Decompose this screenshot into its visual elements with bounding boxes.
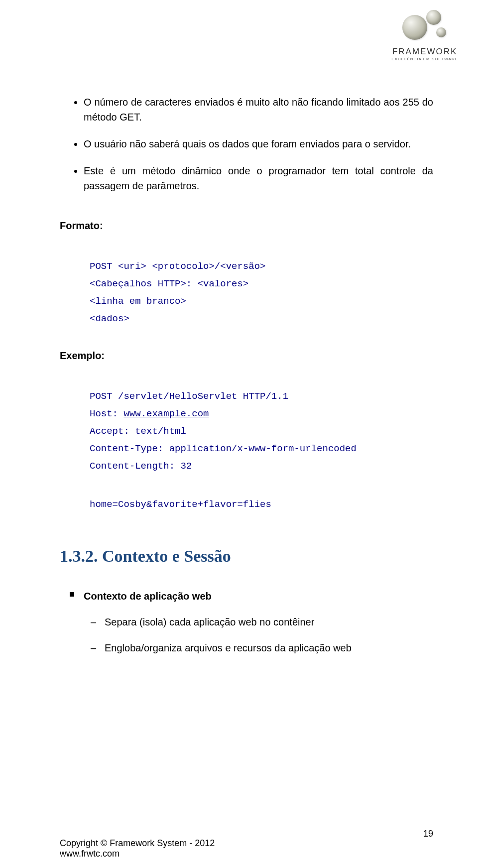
code-line: POST /servlet/HelloServlet HTTP/1.1 <box>90 388 433 405</box>
code-line: Content-Length: 32 <box>90 458 433 475</box>
list-item: Separa (isola) cada aplicação web no con… <box>105 615 433 629</box>
code-line: Accept: text/html <box>90 423 433 440</box>
list-item: O usuário não saberá quais os dados que … <box>84 136 433 151</box>
context-item: Contexto de aplicação web Separa (isola)… <box>84 589 433 655</box>
context-sublist: Separa (isola) cada aplicação web no con… <box>84 615 433 655</box>
formato-label: Formato: <box>60 218 433 233</box>
brand-logo: FRAMEWORK EXCELÊNCIA EM SOFTWARE <box>391 10 458 61</box>
document-body: O número de caracteres enviados é muito … <box>60 95 433 655</box>
logo-graphic <box>391 10 456 45</box>
blank-line <box>90 475 433 496</box>
code-line: home=Cosby&favorite+flavor=flies <box>90 496 433 513</box>
page: FRAMEWORK EXCELÊNCIA EM SOFTWARE O númer… <box>0 0 478 868</box>
code-line: <dados> <box>90 310 433 328</box>
code-text: Host: <box>90 408 123 419</box>
bullet-list: O número de caracteres enviados é muito … <box>60 95 433 193</box>
exemplo-code-block: POST /servlet/HelloServlet HTTP/1.1 Host… <box>90 388 433 514</box>
logo-sphere-icon <box>436 27 446 37</box>
footer-url: www.frwtc.com <box>60 849 433 859</box>
brand-name: FRAMEWORK <box>391 47 458 57</box>
formato-code-block: POST <uri> <protocolo>/<versão> <Cabeçal… <box>90 258 433 328</box>
brand-tagline: EXCELÊNCIA EM SOFTWARE <box>391 57 458 61</box>
list-item: O número de caracteres enviados é muito … <box>84 95 433 124</box>
exemplo-label: Exemplo: <box>60 348 433 363</box>
page-number: 19 <box>423 829 433 839</box>
logo-sphere-icon <box>426 10 441 25</box>
list-item: Engloba/organiza arquivos e recursos da … <box>105 640 433 655</box>
host-link[interactable]: www.example.com <box>123 408 209 419</box>
logo-sphere-icon <box>402 15 427 40</box>
code-line: <Cabeçalhos HTTP>: <valores> <box>90 275 433 293</box>
context-list: Contexto de aplicação web Separa (isola)… <box>60 589 433 655</box>
page-footer: Copyright © Framework System - 2012 www.… <box>60 838 433 859</box>
code-line: Content-Type: application/x-www-form-url… <box>90 440 433 458</box>
context-title: Contexto de aplicação web <box>84 591 212 602</box>
code-line: POST <uri> <protocolo>/<versão> <box>90 258 433 275</box>
footer-copyright: Copyright © Framework System - 2012 <box>60 838 433 849</box>
code-line: <linha em branco> <box>90 293 433 310</box>
list-item: Este é um método dinâmico onde o program… <box>84 163 433 193</box>
section-heading: 1.3.2. Contexto e Sessão <box>60 543 433 569</box>
code-line: Host: www.example.com <box>90 405 433 423</box>
